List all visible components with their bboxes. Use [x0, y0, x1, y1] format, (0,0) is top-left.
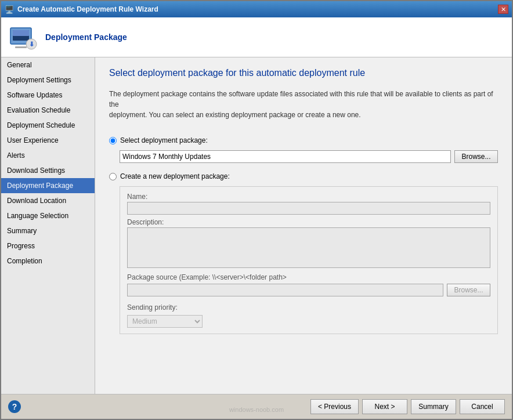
form-section: Select deployment package: Browse... Cre…: [109, 136, 498, 334]
next-button[interactable]: Next >: [362, 399, 407, 414]
sidebar-item-summary[interactable]: Summary: [1, 223, 95, 238]
header-area: ⬇ Deployment Package: [1, 17, 512, 57]
description-label: Description:: [127, 218, 490, 226]
previous-button[interactable]: < Previous: [310, 399, 359, 414]
footer: ? < Previous Next > Summary Cancel: [1, 394, 512, 419]
sidebar-item-download-location[interactable]: Download Location: [1, 193, 95, 208]
package-select-row: Browse...: [120, 150, 498, 163]
sidebar-item-download-settings[interactable]: Download Settings: [1, 163, 95, 178]
description-field-group: Description:: [127, 218, 490, 270]
svg-rect-5: [15, 46, 27, 48]
cancel-button[interactable]: Cancel: [460, 399, 505, 414]
priority-select[interactable]: Low Medium High: [127, 315, 203, 328]
description-textarea[interactable]: [127, 227, 490, 268]
sidebar-item-progress[interactable]: Progress: [1, 238, 95, 254]
main-panel: Select deployment package for this autom…: [95, 57, 512, 394]
package-input[interactable]: [120, 150, 451, 163]
sidebar-item-deployment-package[interactable]: Deployment Package: [1, 178, 95, 193]
browse-button[interactable]: Browse...: [454, 150, 498, 163]
svg-rect-2: [13, 30, 29, 36]
name-label: Name:: [127, 193, 490, 201]
title-bar: 🖥️ Create Automatic Deployment Rule Wiza…: [1, 1, 512, 17]
priority-group: Sending priority: Low Medium High: [127, 303, 490, 328]
source-label: Package source (Example: \\<server>\<fol…: [127, 273, 490, 281]
name-input[interactable]: [127, 202, 490, 215]
source-input[interactable]: [127, 284, 443, 296]
select-package-radio[interactable]: [109, 137, 117, 144]
create-package-radio[interactable]: [109, 173, 117, 180]
sidebar-item-evaluation-schedule[interactable]: Evaluation Schedule: [1, 103, 95, 118]
select-package-label[interactable]: Select deployment package:: [120, 136, 208, 144]
source-browse-button[interactable]: Browse...: [447, 284, 490, 296]
priority-label: Sending priority:: [127, 303, 490, 312]
window-body: General Deployment Settings Software Upd…: [1, 57, 512, 419]
sidebar-item-language-selection[interactable]: Language Selection: [1, 208, 95, 223]
sidebar-item-software-updates[interactable]: Software Updates: [1, 88, 95, 103]
source-field-group: Package source (Example: \\<server>\<fol…: [127, 273, 490, 296]
description-wrapper: [127, 227, 490, 270]
main-title: Select deployment package for this autom…: [109, 68, 498, 78]
sidebar: General Deployment Settings Software Upd…: [1, 57, 95, 394]
sidebar-item-completion[interactable]: Completion: [1, 254, 95, 269]
wizard-window: 🖥️ Create Automatic Deployment Rule Wiza…: [0, 0, 513, 420]
name-field-group: Name:: [127, 193, 490, 215]
source-row: Browse...: [127, 284, 490, 296]
content-area: General Deployment Settings Software Upd…: [1, 57, 512, 394]
create-radio-row: Create a new deployment package:: [109, 172, 498, 180]
wizard-icon: ⬇: [9, 23, 37, 51]
footer-buttons: < Previous Next > Summary Cancel: [310, 399, 505, 414]
help-button[interactable]: ?: [8, 400, 21, 413]
info-description: The deployment package contains the soft…: [109, 86, 498, 128]
svg-text:⬇: ⬇: [29, 41, 34, 48]
create-section: Name: Description: Package source (Examp…: [120, 186, 498, 334]
sidebar-item-alerts[interactable]: Alerts: [1, 148, 95, 163]
footer-left: ?: [8, 400, 21, 413]
sidebar-item-general[interactable]: General: [1, 57, 95, 73]
create-package-label[interactable]: Create a new deployment package:: [120, 172, 230, 180]
sidebar-item-user-experience[interactable]: User Experience: [1, 133, 95, 148]
window-icon: 🖥️: [5, 5, 14, 14]
close-button[interactable]: ✕: [498, 5, 508, 14]
sidebar-item-deployment-schedule[interactable]: Deployment Schedule: [1, 118, 95, 133]
window-title: Create Automatic Deployment Rule Wizard: [17, 5, 158, 13]
sidebar-item-deployment-settings[interactable]: Deployment Settings: [1, 73, 95, 88]
summary-button[interactable]: Summary: [411, 399, 456, 414]
header-title: Deployment Package: [45, 32, 127, 42]
select-radio-row: Select deployment package:: [109, 136, 498, 144]
